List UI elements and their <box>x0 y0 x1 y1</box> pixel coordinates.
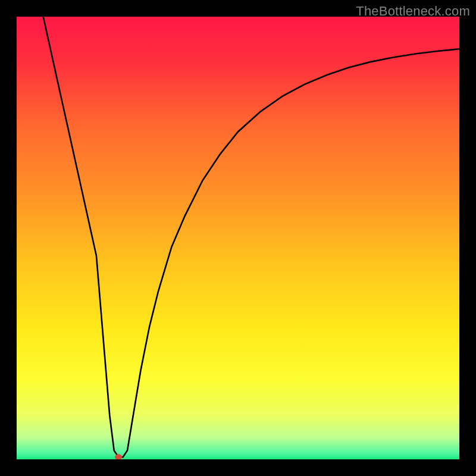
bottleneck-curve <box>43 17 459 457</box>
watermark-text: TheBottleneck.com <box>356 4 470 19</box>
plot-area <box>17 17 459 459</box>
chart-frame: TheBottleneck.com <box>0 0 476 476</box>
curve-layer <box>17 17 459 459</box>
optimum-marker <box>115 454 122 459</box>
